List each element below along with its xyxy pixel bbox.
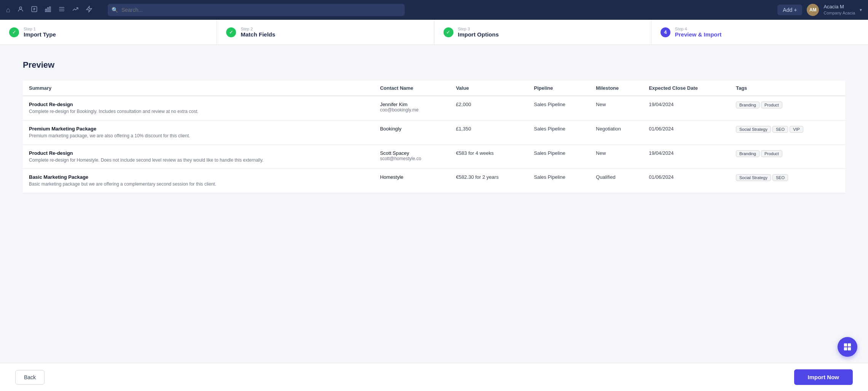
cell-close-date: 19/04/2024 — [643, 145, 730, 169]
cell-milestone: Qualified — [590, 169, 643, 193]
svg-rect-6 — [47, 8, 48, 12]
tasks-icon[interactable] — [31, 6, 38, 14]
svg-rect-7 — [49, 7, 51, 12]
col-pipeline: Pipeline — [528, 81, 590, 96]
col-summary: Summary — [23, 81, 374, 96]
step-2-check-icon: ✓ — [226, 27, 236, 37]
cell-value: £2,000 — [450, 96, 528, 120]
tag: VIP — [790, 126, 803, 133]
step-3-title: Import Options — [458, 31, 499, 38]
cell-tags: Social StrategySEO — [730, 169, 845, 193]
home-icon[interactable]: ⌂ — [6, 6, 10, 14]
cell-summary: Basic Marketing PackageBasic marketing p… — [23, 169, 374, 193]
search-area: 🔍 — [108, 4, 762, 16]
col-close-date: Expected Close Date — [643, 81, 730, 96]
cell-milestone: New — [590, 96, 643, 120]
steps-bar: ✓ Step 1 Import Type ✓ Step 2 Match Fiel… — [0, 20, 868, 45]
trend-icon[interactable] — [72, 6, 79, 14]
cell-close-date: 01/06/2024 — [643, 169, 730, 193]
col-tags: Tags — [730, 81, 845, 96]
nav-icons: ⌂ — [6, 6, 93, 14]
tag: Product — [761, 102, 782, 108]
top-navigation: ⌂ 🔍 Add + AM Acacia M — [0, 0, 868, 20]
step-1-check-icon: ✓ — [9, 27, 19, 37]
bottom-bar: Back Import Now — [0, 363, 868, 391]
col-value: Value — [450, 81, 528, 96]
tag: Social Strategy — [736, 174, 771, 181]
back-button[interactable]: Back — [15, 370, 45, 385]
step-2[interactable]: ✓ Step 2 Match Fields — [217, 20, 434, 45]
step-4-num-icon: 4 — [661, 27, 670, 37]
search-input[interactable] — [108, 4, 405, 16]
import-now-button[interactable]: Import Now — [794, 369, 853, 385]
col-milestone: Milestone — [590, 81, 643, 96]
step-4[interactable]: 4 Step 4 Preview & Import — [651, 20, 868, 45]
step-2-label: Step 2 — [241, 27, 275, 31]
chart-icon[interactable] — [45, 6, 51, 14]
fab-button[interactable] — [838, 337, 857, 357]
tag: Branding — [736, 150, 760, 157]
bolt-icon[interactable] — [86, 6, 93, 14]
search-icon: 🔍 — [112, 7, 118, 13]
svg-marker-11 — [86, 6, 92, 12]
cell-summary: Product Re-designComplete re-design for … — [23, 96, 374, 120]
svg-rect-12 — [844, 343, 847, 346]
tag: Branding — [736, 102, 760, 108]
cell-contact: Jennifer Kimcoo@bookingly.me — [374, 96, 450, 120]
svg-rect-13 — [848, 343, 851, 346]
avatar: AM — [807, 4, 819, 16]
tag: SEO — [772, 126, 788, 133]
cell-milestone: Negotiation — [590, 120, 643, 145]
cell-contact: Bookingly — [374, 120, 450, 145]
tag: SEO — [772, 174, 788, 181]
svg-rect-14 — [844, 347, 847, 350]
preview-table: Summary Contact Name Value Pipeline Mile… — [23, 81, 845, 193]
cell-value: €582.30 for 2 years — [450, 169, 528, 193]
cell-tags: BrandingProduct — [730, 96, 845, 120]
table-row: Premium Marketing PackagePremium marketi… — [23, 120, 845, 145]
cell-summary: Premium Marketing PackagePremium marketi… — [23, 120, 374, 145]
step-3-label: Step 3 — [458, 27, 499, 31]
cell-tags: Social StrategySEOVIP — [730, 120, 845, 145]
step-1-title: Import Type — [24, 31, 56, 38]
table-row: Product Re-designComplete re-design for … — [23, 96, 845, 120]
cell-pipeline: Sales Pipeline — [528, 120, 590, 145]
cell-pipeline: Sales Pipeline — [528, 145, 590, 169]
step-4-title: Preview & Import — [675, 31, 722, 38]
main-content: Preview Summary Contact Name Value Pipel… — [0, 45, 868, 208]
col-contact: Contact Name — [374, 81, 450, 96]
tag: Product — [761, 150, 782, 157]
cell-milestone: New — [590, 145, 643, 169]
cell-summary: Product Re-designComplete re-design for … — [23, 145, 374, 169]
cell-pipeline: Sales Pipeline — [528, 169, 590, 193]
table-row: Product Re-designComplete re-design for … — [23, 145, 845, 169]
cell-pipeline: Sales Pipeline — [528, 96, 590, 120]
chevron-down-icon[interactable]: ▾ — [860, 7, 862, 13]
step-1[interactable]: ✓ Step 1 Import Type — [0, 20, 217, 45]
svg-point-0 — [19, 7, 22, 9]
preview-title: Preview — [23, 60, 845, 70]
svg-rect-5 — [45, 9, 46, 12]
list-icon[interactable] — [58, 6, 65, 14]
step-4-label: Step 4 — [675, 27, 722, 31]
step-3[interactable]: ✓ Step 3 Import Options — [434, 20, 651, 45]
user-info: Acacia M Company Acacia — [823, 4, 855, 16]
topnav-right: Add + AM Acacia M Company Acacia ▾ — [777, 4, 862, 16]
cell-contact: Homestyle — [374, 169, 450, 193]
step-2-title: Match Fields — [241, 31, 275, 38]
cell-close-date: 01/06/2024 — [643, 120, 730, 145]
add-button[interactable]: Add + — [777, 5, 802, 15]
user-icon[interactable] — [17, 6, 24, 14]
cell-value: €583 for 4 weeks — [450, 145, 528, 169]
svg-rect-15 — [848, 347, 851, 350]
step-3-check-icon: ✓ — [444, 27, 453, 37]
step-1-label: Step 1 — [24, 27, 56, 31]
tag: Social Strategy — [736, 126, 771, 133]
cell-value: £1,350 — [450, 120, 528, 145]
cell-contact: Scott Spaceyscott@homestyle.co — [374, 145, 450, 169]
cell-tags: BrandingProduct — [730, 145, 845, 169]
cell-close-date: 19/04/2024 — [643, 96, 730, 120]
table-row: Basic Marketing PackageBasic marketing p… — [23, 169, 845, 193]
